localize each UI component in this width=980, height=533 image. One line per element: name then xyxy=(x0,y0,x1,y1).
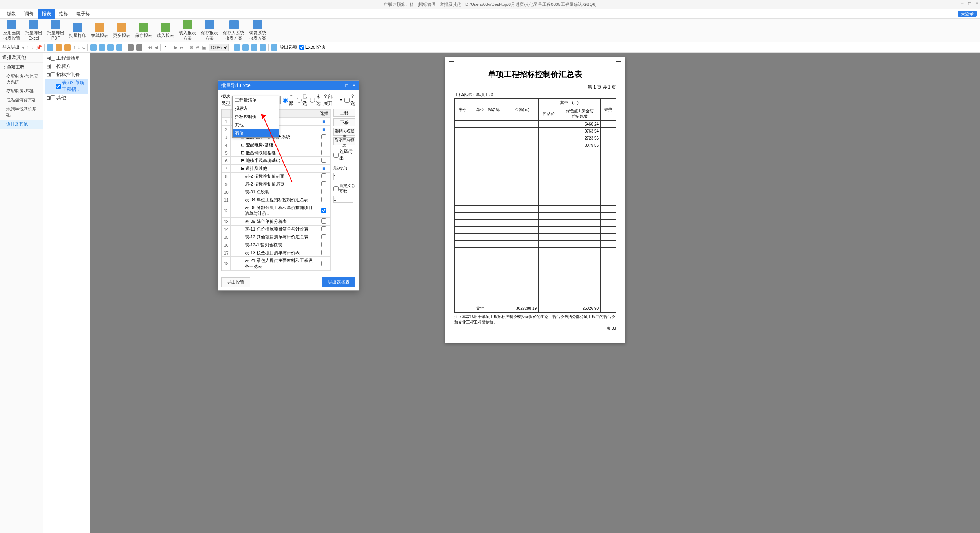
list-item[interactable]: 14表-11 总价措施项目清单与计价表 xyxy=(222,226,331,233)
tool-icon[interactable] xyxy=(90,44,97,51)
custom-total-input[interactable] xyxy=(333,196,353,203)
dropdown-icon[interactable]: ▾ xyxy=(22,45,24,50)
pin-icon[interactable]: 📌 xyxy=(36,45,42,50)
dropdown-option[interactable]: 有价 xyxy=(233,129,279,137)
ribbon-item[interactable]: 更多报表 xyxy=(113,23,130,38)
menu-tab-compile[interactable]: 编制 xyxy=(3,9,20,19)
radio-selected[interactable]: 已选 xyxy=(297,93,308,107)
project-item[interactable]: 地磅半浅基坑基础 xyxy=(0,105,43,120)
radio-all[interactable]: 全部 xyxy=(283,93,294,107)
ribbon-item[interactable]: 载入报表 xyxy=(157,23,174,38)
tree-node[interactable]: ⊟ 投标方 xyxy=(45,62,88,71)
move-up-button[interactable]: 上移 xyxy=(333,109,355,117)
login-badge[interactable]: 未登录 xyxy=(958,11,977,17)
ribbon-item[interactable]: 载入报表方案 xyxy=(179,20,196,40)
list-item[interactable]: 17表-13 税金项目清单与计价表 xyxy=(222,249,331,257)
list-item[interactable]: 13表-09 综合单价分析表 xyxy=(222,218,331,226)
list-item[interactable]: 18表-21 承包人提供主要材料和工程设备一览表 xyxy=(222,257,331,271)
tool-icon[interactable] xyxy=(64,44,71,51)
list-item[interactable]: 5⊟ 低温储液罐基础 xyxy=(222,149,331,157)
tool-icon[interactable] xyxy=(99,44,105,51)
tool-icon[interactable] xyxy=(136,44,142,51)
up-icon[interactable]: ↑ xyxy=(73,45,75,50)
dropdown-option[interactable]: 投标方 xyxy=(233,104,279,113)
dialog-maximize-icon[interactable]: □ xyxy=(345,83,348,88)
tree-node[interactable]: 表-03 单项工程招… xyxy=(45,79,88,94)
tool-icon[interactable] xyxy=(242,44,249,51)
next-page-icon[interactable]: ▶ xyxy=(174,45,177,50)
ribbon-item[interactable]: 批量导出PDF xyxy=(47,20,64,40)
zoom-select[interactable]: 100% xyxy=(209,44,229,51)
ribbon-item[interactable]: 应用当前报表设置 xyxy=(3,20,20,40)
select-same-button[interactable]: 选择同名报表 xyxy=(333,128,355,136)
project-item[interactable]: 道排及其他 xyxy=(0,120,43,129)
ribbon-item[interactable]: 恢复系统报表方案 xyxy=(249,20,266,40)
chevron-down-icon[interactable]: ▾ xyxy=(340,97,342,103)
move-down-button[interactable]: 下移 xyxy=(333,118,355,126)
dialog-close-icon[interactable]: × xyxy=(353,83,355,88)
ribbon-item[interactable]: 保存报表方案 xyxy=(201,20,218,40)
collapse-icon[interactable]: « xyxy=(82,45,85,50)
dialog-header[interactable]: 批量导出Excel □ × xyxy=(218,81,359,90)
dropdown-option[interactable]: 其他 xyxy=(233,121,279,129)
tool-icon[interactable] xyxy=(47,44,53,51)
prev-page-icon[interactable]: ◀ xyxy=(155,45,158,50)
tool-icon[interactable] xyxy=(251,44,257,51)
ribbon-item[interactable]: 在线报表 xyxy=(91,23,108,38)
menu-tab-adjust[interactable]: 调价 xyxy=(20,9,38,19)
export-options-label[interactable]: 导出选项 xyxy=(280,44,297,50)
ribbon-item[interactable]: 保存报表 xyxy=(135,23,152,38)
list-item[interactable]: 9扉-2 招标控制价扉页 xyxy=(222,180,331,188)
down-icon[interactable]: ↓ xyxy=(31,45,34,50)
fit-icon[interactable]: ▣ xyxy=(202,45,206,50)
export-options-icon[interactable] xyxy=(271,44,277,51)
project-item[interactable]: 变配电房-气体灭火系统 xyxy=(0,72,43,87)
excel-split-check[interactable]: Excel分页 xyxy=(299,44,326,51)
project-item[interactable]: ⌂ 单项工程 xyxy=(0,63,43,72)
close-icon[interactable]: × xyxy=(976,1,978,6)
tool-icon[interactable] xyxy=(234,44,240,51)
list-item[interactable]: 6⊟ 地磅半浅基坑基础 xyxy=(222,157,331,165)
project-item[interactable]: 低温储液罐基础 xyxy=(0,96,43,105)
zoom-in-icon[interactable]: ⊕ xyxy=(189,45,193,50)
dropdown-option[interactable]: 工程量清单 xyxy=(233,96,279,104)
up-icon[interactable]: ↑ xyxy=(27,45,29,50)
minimize-icon[interactable]: − xyxy=(961,1,964,6)
tool-icon[interactable] xyxy=(56,44,62,51)
list-item[interactable]: 11表-04 单位工程招标控制价汇总表 xyxy=(222,196,331,204)
project-item[interactable]: 变配电房-基础 xyxy=(0,87,43,96)
custom-total-check[interactable] xyxy=(333,186,339,191)
menu-tab-ebid[interactable]: 电子标 xyxy=(72,9,94,19)
export-selected-button[interactable]: 导出选择表 xyxy=(322,277,355,287)
list-item[interactable]: 7⊟ 道排及其他■ xyxy=(222,165,331,173)
tree-node[interactable]: ⊟ 招标控制价 xyxy=(45,71,88,79)
maximize-icon[interactable]: □ xyxy=(968,1,971,6)
list-item[interactable]: 4⊟ 变配电房-基础 xyxy=(222,141,331,149)
zoom-out-icon[interactable]: ⊖ xyxy=(196,45,200,50)
list-item[interactable]: 12表-08 分部分项工程和单价措施项目清单与计价… xyxy=(222,204,331,218)
ribbon-item[interactable]: 批量导出Excel xyxy=(25,20,42,40)
ribbon-item[interactable]: 批量打印 xyxy=(69,23,86,38)
select-all-check[interactable]: 全选 xyxy=(344,93,355,107)
menu-tab-index[interactable]: 指标 xyxy=(55,9,72,19)
export-settings-button[interactable]: 导出设置 xyxy=(221,277,250,287)
cancel-same-button[interactable]: 取消同名报表 xyxy=(333,137,355,145)
tool-icon[interactable] xyxy=(107,44,114,51)
ribbon-item[interactable]: 保存为系统报表方案 xyxy=(223,20,244,40)
dropdown-option[interactable]: 招标控制价 xyxy=(233,113,279,121)
tree-node[interactable]: ⊟ 工程量清单 xyxy=(45,54,88,62)
page-input[interactable] xyxy=(160,44,171,51)
list-item[interactable]: 10表-01 总说明 xyxy=(222,188,331,196)
list-item[interactable]: 15表-12 其他项目清单与计价汇总表 xyxy=(222,233,331,241)
tool-icon[interactable] xyxy=(128,44,134,51)
expand-all[interactable]: 全部展开 xyxy=(323,93,337,107)
down-icon[interactable]: ↓ xyxy=(78,45,80,50)
radio-unselected[interactable]: 未选 xyxy=(310,93,321,107)
start-page-input[interactable] xyxy=(333,173,353,180)
tree-node[interactable]: ⊟ 其他 xyxy=(45,94,88,102)
last-page-icon[interactable]: ⏭ xyxy=(180,45,184,50)
list-item[interactable]: 8封-2 招标控制价封面 xyxy=(222,173,331,180)
list-item[interactable]: 16表-12-1 暂列金额表 xyxy=(222,241,331,249)
menu-tab-report[interactable]: 报表 xyxy=(38,9,55,19)
continuous-check[interactable] xyxy=(333,153,339,158)
